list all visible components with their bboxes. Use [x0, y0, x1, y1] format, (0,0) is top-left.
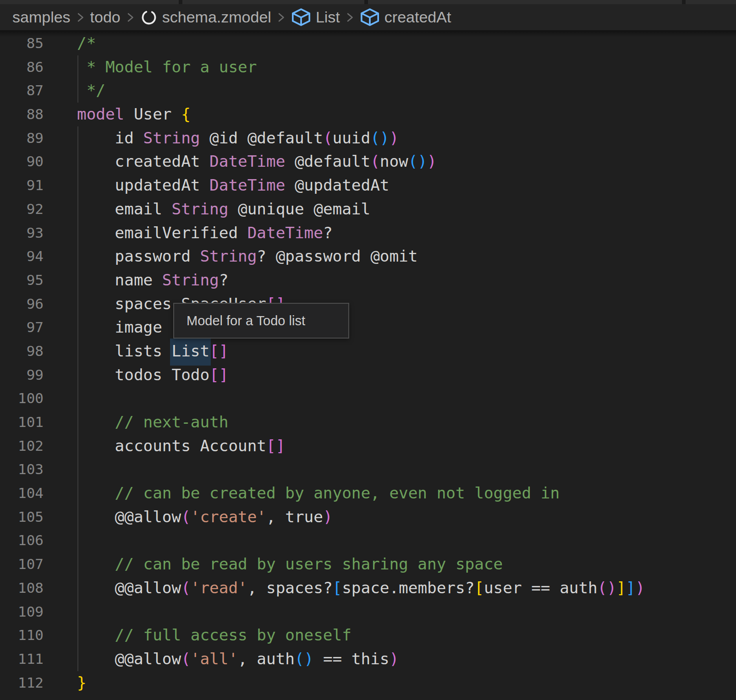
code-line[interactable]: 86 * Model for a user: [0, 55, 736, 79]
line-number[interactable]: 100: [0, 387, 44, 410]
code-token: @unique @email: [228, 200, 370, 218]
code-text: emailVerified DateTime?: [77, 221, 333, 245]
code-token: User: [134, 105, 181, 123]
loading-icon[interactable]: [140, 9, 158, 26]
code-line[interactable]: 109: [0, 600, 736, 624]
code-token: todos Todo: [77, 366, 209, 384]
symbol-class-icon[interactable]: [360, 8, 380, 26]
code-line[interactable]: 104 // can be created by anyone, even no…: [0, 481, 736, 505]
code-token: []: [266, 437, 285, 455]
line-number[interactable]: 99: [0, 363, 44, 387]
code-token: ?: [323, 224, 333, 242]
code-line[interactable]: 112}: [0, 671, 736, 695]
line-number[interactable]: 95: [0, 268, 44, 292]
code-line[interactable]: 91 updatedAt DateTime @updatedAt: [0, 174, 736, 197]
line-number[interactable]: 104: [0, 481, 44, 505]
code-token: @default: [285, 152, 370, 170]
code-line[interactable]: 111 @@allow('all', auth() == this): [0, 647, 736, 671]
code-text: // full access by oneself: [77, 623, 352, 647]
code-token: model: [77, 105, 134, 123]
code-line[interactable]: 96 spaces SpaceUser[]: [0, 292, 736, 316]
line-number[interactable]: 103: [0, 458, 44, 481]
line-number[interactable]: 101: [0, 410, 44, 434]
line-number[interactable]: 88: [0, 103, 44, 126]
code-line[interactable]: 106: [0, 529, 736, 552]
code-token: /*: [77, 34, 96, 52]
line-number[interactable]: 102: [0, 434, 44, 458]
code-token: createdAt: [77, 152, 209, 170]
code-text: // can be created by anyone, even not lo…: [77, 481, 560, 505]
line-number[interactable]: 94: [0, 245, 44, 268]
line-number[interactable]: 106: [0, 529, 44, 552]
code-token: ): [389, 650, 399, 668]
line-number[interactable]: 98: [0, 339, 44, 363]
line-number[interactable]: 107: [0, 552, 44, 576]
line-number[interactable]: 97: [0, 316, 44, 339]
breadcrumb-item-schema-zmodel[interactable]: schema.zmodel: [162, 8, 271, 26]
code-line[interactable]: 94 password String? @password @omit: [0, 245, 736, 268]
code-line[interactable]: 101 // next-auth: [0, 410, 736, 434]
line-number[interactable]: 108: [0, 576, 44, 600]
code-line[interactable]: 85/*: [0, 32, 736, 55]
code-text: createdAt DateTime @default(now()): [77, 150, 437, 174]
line-number[interactable]: 91: [0, 174, 44, 197]
code-token: @id @default: [200, 129, 323, 147]
code-line[interactable]: 87 */: [0, 79, 736, 103]
code-line[interactable]: 102 accounts Account[]: [0, 434, 736, 458]
code-text: * Model for a user: [77, 55, 257, 79]
editor[interactable]: 85/*86 * Model for a user87 */88model Us…: [0, 30, 736, 700]
code-line[interactable]: 110 // full access by oneself: [0, 623, 736, 647]
tab-strip: [0, 0, 736, 4]
code-line[interactable]: 90 createdAt DateTime @default(now()): [0, 150, 736, 174]
code-token: (: [181, 650, 191, 668]
code-line[interactable]: 103: [0, 458, 736, 481]
line-number[interactable]: 96: [0, 292, 44, 316]
code-token: // full access by oneself: [77, 626, 352, 644]
line-number[interactable]: 105: [0, 505, 44, 529]
line-number[interactable]: 89: [0, 126, 44, 150]
code-line[interactable]: 98 lists List[]: [0, 339, 736, 363]
code-text: @@allow('all', auth() == this): [77, 647, 399, 671]
code-line[interactable]: 88model User {: [0, 103, 736, 126]
line-number[interactable]: 111: [0, 647, 44, 671]
code-token: []: [209, 342, 228, 360]
code-line[interactable]: 92 email String @unique @email: [0, 197, 736, 221]
breadcrumb-item-list[interactable]: List: [316, 8, 340, 26]
code-lines: 85/*86 * Model for a user87 */88model Us…: [0, 30, 736, 695]
breadcrumb-item-todo[interactable]: todo: [90, 8, 121, 26]
chevron-right-icon: [77, 10, 84, 25]
line-number[interactable]: 93: [0, 221, 44, 245]
code-line[interactable]: 100: [0, 387, 736, 410]
code-line[interactable]: 105 @@allow('create', true): [0, 505, 736, 529]
code-token: updatedAt: [77, 176, 209, 194]
code-token: lists: [77, 342, 172, 360]
line-number[interactable]: 86: [0, 55, 44, 79]
code-text: // can be read by users sharing any spac…: [77, 552, 503, 576]
chevron-right-icon: [126, 10, 134, 25]
code-token: // can be created by anyone, even not lo…: [77, 484, 560, 502]
code-token: email: [77, 200, 172, 218]
line-number[interactable]: 85: [0, 32, 44, 55]
line-number[interactable]: 112: [0, 671, 44, 695]
code-line[interactable]: 93 emailVerified DateTime?: [0, 221, 736, 245]
symbol-class-icon[interactable]: [291, 8, 311, 26]
code-text: */: [77, 79, 105, 103]
code-token: ): [323, 508, 333, 526]
breadcrumb-item-createdat[interactable]: createdAt: [384, 8, 451, 26]
code-line[interactable]: 108 @@allow('read', spaces?[space.member…: [0, 576, 736, 600]
line-number[interactable]: 92: [0, 197, 44, 221]
code-line[interactable]: 97 image: [0, 316, 736, 339]
code-line[interactable]: 95 name String?: [0, 268, 736, 292]
code-line[interactable]: 89 id String @id @default(uuid()): [0, 126, 736, 150]
code-token: String: [172, 200, 229, 218]
word-highlight: List: [172, 342, 210, 360]
line-number[interactable]: 87: [0, 79, 44, 103]
line-number[interactable]: 90: [0, 150, 44, 174]
line-number[interactable]: 110: [0, 623, 44, 647]
breadcrumb-item-samples[interactable]: samples: [12, 8, 71, 26]
code-line[interactable]: 99 todos Todo[]: [0, 363, 736, 387]
chevron-right-icon: [277, 10, 285, 25]
code-text: }: [77, 671, 87, 695]
line-number[interactable]: 109: [0, 600, 44, 624]
code-line[interactable]: 107 // can be read by users sharing any …: [0, 552, 736, 576]
